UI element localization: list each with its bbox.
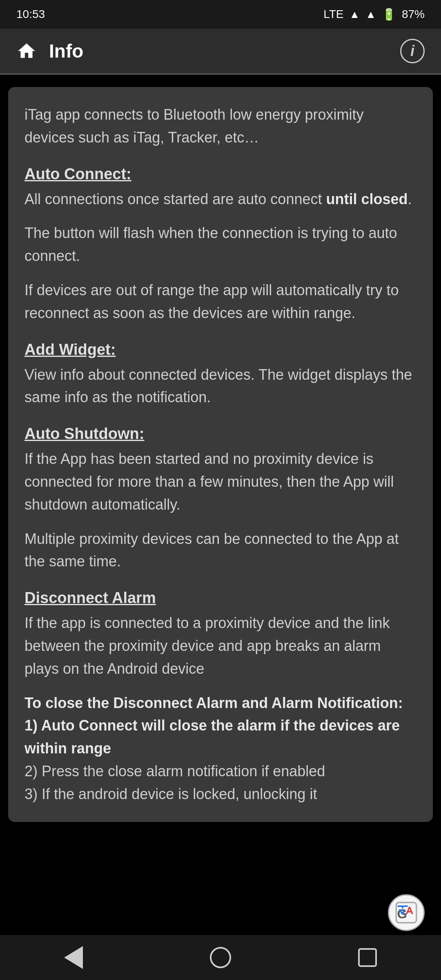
recents-button[interactable] bbox=[351, 941, 384, 974]
home-icon[interactable] bbox=[16, 41, 37, 61]
auto-connect-para-2: The button will flash when the connectio… bbox=[24, 222, 416, 267]
info-button[interactable]: i bbox=[400, 39, 425, 63]
bold-until-closed: until closed bbox=[326, 191, 408, 207]
add-widget-para-1: View info about connected devices. The w… bbox=[24, 363, 416, 409]
app-bar-left: Info bbox=[16, 40, 83, 62]
section-heading-disconnect-alarm: Disconnect Alarm bbox=[24, 589, 416, 607]
home-nav-icon bbox=[210, 947, 231, 968]
close-alarm-step1: 1) Auto Connect will close the alarm if … bbox=[24, 717, 400, 757]
translate-button[interactable]: G bbox=[388, 894, 425, 931]
auto-connect-para-1: All connections once started are auto co… bbox=[24, 188, 416, 211]
close-alarm-heading: To close the Disconnect Alarm and Alarm … bbox=[24, 695, 403, 711]
auto-shutdown-para-2: Multiple proximity devices can be connec… bbox=[24, 528, 416, 573]
section-heading-auto-connect: Auto Connect: bbox=[24, 165, 416, 183]
section-heading-auto-shutdown: Auto Shutdown: bbox=[24, 425, 416, 443]
disconnect-alarm-para-2: To close the Disconnect Alarm and Alarm … bbox=[24, 692, 416, 806]
back-icon bbox=[64, 946, 83, 969]
info-icon-label: i bbox=[410, 42, 414, 60]
app-bar: Info i bbox=[0, 29, 441, 74]
translate-icon: G bbox=[395, 902, 417, 924]
bottom-nav bbox=[0, 935, 441, 980]
intro-paragraph: iTag app connects to Bluetooth low energ… bbox=[24, 103, 416, 149]
status-bar: 10:53 LTE ▲ ▲ 🔋 87% bbox=[0, 0, 441, 29]
auto-connect-para-3: If devices are out of range the app will… bbox=[24, 279, 416, 325]
network-label: LTE bbox=[323, 8, 343, 21]
disconnect-alarm-para-1: If the app is connected to a proximity d… bbox=[24, 612, 416, 680]
back-button[interactable] bbox=[57, 941, 90, 974]
auto-shutdown-para-1: If the App has been started and no proxi… bbox=[24, 448, 416, 516]
recents-icon bbox=[358, 948, 377, 967]
battery-percent: 87% bbox=[402, 8, 425, 21]
signal-icon-1: ▲ bbox=[349, 8, 360, 21]
section-heading-add-widget: Add Widget: bbox=[24, 341, 416, 359]
signal-icon-2: ▲ bbox=[365, 8, 376, 21]
status-time: 10:53 bbox=[16, 8, 45, 21]
divider bbox=[0, 74, 441, 75]
home-button[interactable] bbox=[204, 941, 237, 974]
bold-within-range: devices are within range bbox=[24, 717, 400, 757]
status-indicators: LTE ▲ ▲ 🔋 87% bbox=[323, 8, 425, 21]
main-content: iTag app connects to Bluetooth low energ… bbox=[8, 87, 433, 822]
battery-icon: 🔋 bbox=[382, 8, 396, 21]
page-title: Info bbox=[49, 40, 83, 62]
